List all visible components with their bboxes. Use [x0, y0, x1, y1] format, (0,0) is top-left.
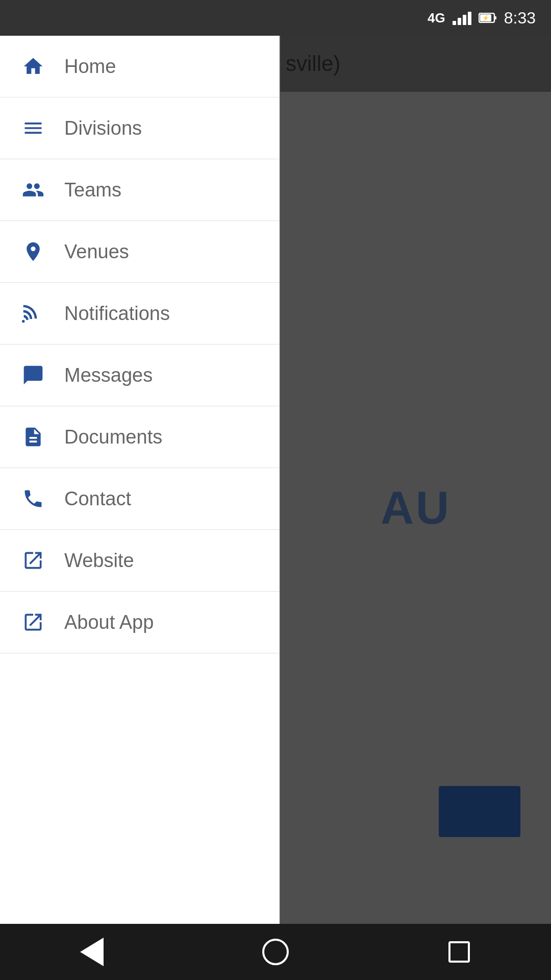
- sidebar-item-notifications[interactable]: Notifications: [0, 283, 280, 345]
- sidebar-item-about-app-label: About App: [64, 611, 154, 633]
- teams-icon: [20, 177, 46, 203]
- sidebar-item-home[interactable]: Home: [0, 36, 280, 97]
- sidebar-item-contact-label: Contact: [64, 488, 131, 510]
- sidebar-item-messages-label: Messages: [64, 364, 153, 386]
- nav-drawer: Home Divisions Teams Venues: [0, 36, 280, 924]
- sidebar-item-documents-label: Documents: [64, 426, 162, 448]
- venues-icon: [20, 239, 46, 264]
- drawer-overlay[interactable]: [281, 36, 551, 924]
- about-icon: [20, 609, 46, 635]
- documents-icon: [20, 424, 46, 450]
- website-icon: [20, 548, 46, 573]
- svg-text:⚡: ⚡: [482, 14, 489, 21]
- back-button[interactable]: [71, 932, 112, 972]
- messages-icon: [20, 362, 46, 388]
- sidebar-item-contact[interactable]: Contact: [0, 468, 280, 530]
- home-circle-icon: [262, 939, 289, 965]
- sidebar-item-divisions[interactable]: Divisions: [0, 97, 280, 159]
- sidebar-item-website-label: Website: [64, 550, 134, 572]
- sidebar-item-messages[interactable]: Messages: [0, 345, 280, 406]
- sidebar-item-home-label: Home: [64, 56, 116, 78]
- sidebar-item-about-app[interactable]: About App: [0, 592, 280, 653]
- sidebar-item-documents[interactable]: Documents: [0, 406, 280, 468]
- sidebar-item-website[interactable]: Website: [0, 530, 280, 592]
- recents-button[interactable]: [439, 932, 480, 972]
- contact-icon: [20, 486, 46, 511]
- status-icons: 4G ⚡ 8:33: [428, 9, 536, 28]
- signal-label: 4G: [428, 10, 445, 26]
- recent-square-icon: [448, 941, 470, 963]
- sidebar-item-teams[interactable]: Teams: [0, 159, 280, 221]
- battery-icon: ⚡: [479, 13, 497, 23]
- sidebar-item-notifications-label: Notifications: [64, 303, 170, 325]
- home-icon: [20, 54, 46, 79]
- status-bar: 4G ⚡ 8:33: [0, 0, 551, 36]
- time-display: 8:33: [504, 9, 536, 28]
- notifications-icon: [20, 301, 46, 326]
- back-triangle-icon: [80, 938, 104, 966]
- sidebar-item-divisions-label: Divisions: [64, 117, 142, 139]
- battery-svg: ⚡: [479, 13, 497, 23]
- sidebar-item-venues[interactable]: Venues: [0, 221, 280, 283]
- signal-bars-icon: [453, 11, 471, 25]
- svg-rect-2: [494, 16, 496, 19]
- sidebar-item-venues-label: Venues: [64, 241, 129, 263]
- bottom-nav-bar: [0, 924, 551, 980]
- sidebar-item-teams-label: Teams: [64, 179, 121, 201]
- divisions-icon: [20, 115, 46, 141]
- home-button[interactable]: [255, 932, 296, 972]
